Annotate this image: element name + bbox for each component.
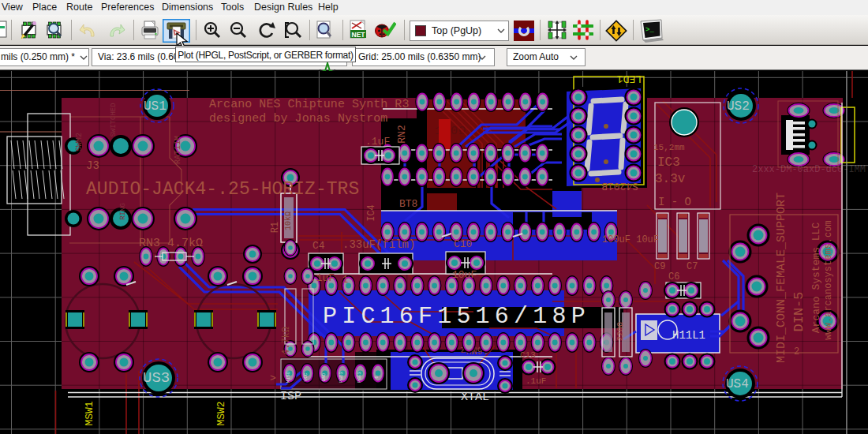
svg-text:US4: US4 xyxy=(726,377,749,391)
svg-text:R1: R1 xyxy=(270,222,281,233)
svg-text:.33uF(film): .33uF(film) xyxy=(342,238,415,251)
svg-text:6: 6 xyxy=(374,376,380,379)
svg-text:C7: C7 xyxy=(687,261,698,272)
svg-text:SWM2: SWM2 xyxy=(75,133,84,152)
svg-text:IC4: IC4 xyxy=(366,204,377,222)
svg-text:AUDIO-JACK4-.25-HORIZ-TRS: AUDIO-JACK4-.25-HORIZ-TRS xyxy=(86,179,359,200)
svg-text:2xxx-DM-0axD-dc0-IMM: 2xxx-DM-0axD-dc0-IMM xyxy=(752,164,866,175)
svg-text:PGD3: PGD3 xyxy=(339,371,344,383)
svg-text:2: 2 xyxy=(794,346,799,357)
svg-text:C13: C13 xyxy=(520,350,536,360)
svg-text:C10: C10 xyxy=(454,238,472,250)
svg-text:100uF 10uF: 100uF 10uF xyxy=(602,234,659,245)
svg-text:J3: J3 xyxy=(86,159,99,172)
svg-text:Arcano Systems LLC: Arcano Systems LLC xyxy=(810,223,822,334)
svg-text:C6: C6 xyxy=(668,271,679,282)
svg-text:MSW2: MSW2 xyxy=(215,401,227,425)
svg-text:.1uF: .1uF xyxy=(526,376,546,386)
svg-text:US1: US1 xyxy=(144,99,166,114)
svg-text:H11L1: H11L1 xyxy=(672,329,705,342)
svg-text:US2: US2 xyxy=(727,99,750,114)
svg-text:C4: C4 xyxy=(312,240,325,252)
svg-text:GND: GND xyxy=(321,372,327,381)
svg-text:LED1: LED1 xyxy=(617,73,642,84)
svg-text:RING: RING xyxy=(119,203,127,220)
svg-text:RAT11M: RAT11M xyxy=(174,136,182,164)
svg-text:15,2mm: 15,2mm xyxy=(653,143,685,152)
svg-text:NET: NET xyxy=(352,31,366,39)
svg-text:.1uF: .1uF xyxy=(365,136,390,148)
svg-text:1: 1 xyxy=(342,275,348,286)
svg-text:RN3 4.7kΩ: RN3 4.7kΩ xyxy=(139,237,203,250)
svg-text:DIN-5: DIN-5 xyxy=(791,291,806,331)
svg-text:PIC16F1516/18P: PIC16F1516/18P xyxy=(323,303,590,330)
svg-text:Arcano NES Chiptune Synth R3: Arcano NES Chiptune Synth R3 xyxy=(209,98,409,111)
svg-text:IC3: IC3 xyxy=(657,155,680,170)
svg-text:MIDI_CONN_FEMALE_SUPPORT: MIDI_CONN_FEMALE_SUPPORT xyxy=(775,193,788,363)
svg-text:US3: US3 xyxy=(143,369,170,387)
svg-text:4.7kΩ: 4.7kΩ xyxy=(281,327,292,355)
svg-text:MISO: MISO xyxy=(286,371,291,383)
svg-text:PGE3: PGE3 xyxy=(357,371,362,383)
svg-text:MSW1: MSW1 xyxy=(84,401,95,425)
svg-text:220Ω: 220Ω xyxy=(616,322,625,341)
svg-text:.1uF: .1uF xyxy=(310,272,335,284)
svg-text:>: > xyxy=(270,372,276,384)
svg-text:SWITCHED: SWITCHED xyxy=(110,103,118,137)
svg-text:XTAL: XTAL xyxy=(461,391,489,404)
svg-text:I - O: I - O xyxy=(658,196,691,208)
svg-text:C9: C9 xyxy=(654,261,665,272)
svg-text:>_: >_ xyxy=(645,26,654,34)
svg-text:VCC: VCC xyxy=(303,372,309,381)
svg-text:ISP: ISP xyxy=(280,390,301,403)
svg-text:10uF: 10uF xyxy=(452,269,477,281)
svg-text:3.3v: 3.3v xyxy=(655,172,686,186)
svg-text:BT8: BT8 xyxy=(399,198,417,210)
svg-text:10kΩ: 10kΩ xyxy=(284,211,293,230)
svg-text:designed by Jonas Nystrom: designed by Jonas Nystrom xyxy=(209,112,387,125)
svg-text:RN2: RN2 xyxy=(396,125,408,143)
svg-text:www.arcanosystems.com: www.arcanosystems.com xyxy=(823,220,834,339)
